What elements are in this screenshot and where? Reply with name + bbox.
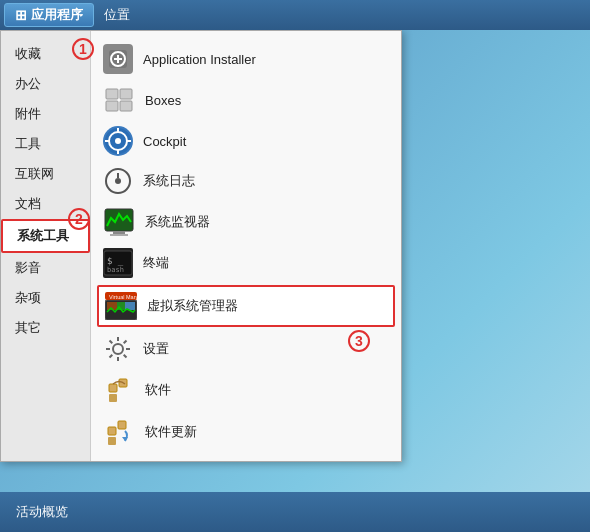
badge-3: 3 bbox=[348, 330, 370, 352]
virt-manager-icon: Virtual Manager bbox=[105, 290, 137, 322]
cockpit-icon bbox=[103, 126, 133, 156]
virt-manager-label: 虚拟系统管理器 bbox=[147, 297, 238, 315]
activities-label[interactable]: 活动概览 bbox=[16, 503, 68, 521]
sidebar-item-misc[interactable]: 杂项 bbox=[1, 283, 90, 313]
svg-rect-4 bbox=[106, 89, 118, 99]
app-button[interactable]: ⊞ 应用程序 bbox=[4, 3, 94, 27]
system-log-icon bbox=[103, 166, 133, 196]
sidebar-item-tools[interactable]: 工具 bbox=[1, 129, 90, 159]
svg-rect-39 bbox=[109, 384, 117, 392]
svg-rect-42 bbox=[108, 427, 116, 435]
svg-rect-6 bbox=[106, 101, 118, 111]
menu-content: Application Installer Boxes bbox=[91, 31, 401, 461]
svg-line-38 bbox=[110, 355, 113, 358]
menu-item-software-update[interactable]: 软件更新 bbox=[91, 411, 401, 453]
menu-item-cockpit[interactable]: Cockpit bbox=[91, 121, 401, 161]
menu-item-app-installer[interactable]: Application Installer bbox=[91, 39, 401, 79]
settings-label: 设置 bbox=[143, 340, 169, 358]
app-menu: 收藏 办公 附件 工具 互联网 文档 系统工具 影音 杂项 其它 Applica… bbox=[0, 30, 402, 462]
svg-rect-7 bbox=[120, 101, 132, 111]
menu-item-terminal[interactable]: $ _ bash 终端 bbox=[91, 243, 401, 283]
app-installer-icon bbox=[103, 44, 133, 74]
svg-rect-44 bbox=[118, 421, 126, 429]
svg-text:$ _: $ _ bbox=[107, 256, 124, 266]
menu-item-software[interactable]: 软件 bbox=[91, 369, 401, 411]
menu-item-system-log[interactable]: 系统日志 bbox=[91, 161, 401, 201]
svg-line-37 bbox=[124, 341, 127, 344]
sidebar-item-other[interactable]: 其它 bbox=[1, 313, 90, 343]
software-label: 软件 bbox=[145, 381, 171, 399]
svg-line-36 bbox=[124, 355, 127, 358]
bottom-bar: 活动概览 bbox=[0, 492, 590, 532]
system-log-label: 系统日志 bbox=[143, 172, 195, 190]
badge-1: 1 bbox=[72, 38, 94, 60]
settings-icon bbox=[103, 334, 133, 364]
terminal-icon: $ _ bash bbox=[103, 248, 133, 278]
taskbar: ⊞ 应用程序 位置 bbox=[0, 0, 590, 30]
software-update-label: 软件更新 bbox=[145, 423, 197, 441]
svg-point-30 bbox=[113, 344, 123, 354]
svg-rect-19 bbox=[113, 231, 125, 234]
svg-rect-40 bbox=[109, 394, 117, 402]
location-label[interactable]: 位置 bbox=[104, 6, 130, 24]
app-button-label: 应用程序 bbox=[31, 6, 83, 24]
svg-line-35 bbox=[110, 341, 113, 344]
badge-2: 2 bbox=[68, 208, 90, 230]
menu-item-system-monitor[interactable]: 系统监视器 bbox=[91, 201, 401, 243]
system-monitor-icon bbox=[103, 206, 135, 238]
system-monitor-label: 系统监视器 bbox=[145, 213, 210, 231]
software-icon bbox=[103, 374, 135, 406]
svg-rect-5 bbox=[120, 89, 132, 99]
menu-sidebar: 收藏 办公 附件 工具 互联网 文档 系统工具 影音 杂项 其它 bbox=[1, 31, 91, 461]
sidebar-item-media[interactable]: 影音 bbox=[1, 253, 90, 283]
sidebar-item-office[interactable]: 办公 bbox=[1, 69, 90, 99]
terminal-label: 终端 bbox=[143, 254, 169, 272]
sidebar-item-internet[interactable]: 互联网 bbox=[1, 159, 90, 189]
menu-item-virt-manager[interactable]: Virtual Manager 虚拟系统管理器 bbox=[97, 285, 395, 327]
sidebar-item-accessories[interactable]: 附件 bbox=[1, 99, 90, 129]
app-installer-label: Application Installer bbox=[143, 52, 256, 67]
svg-point-16 bbox=[115, 178, 121, 184]
boxes-icon bbox=[103, 84, 135, 116]
software-update-icon bbox=[103, 416, 135, 448]
svg-rect-20 bbox=[110, 234, 128, 236]
cockpit-label: Cockpit bbox=[143, 134, 186, 149]
app-icon: ⊞ bbox=[15, 7, 27, 23]
svg-text:bash: bash bbox=[107, 266, 124, 274]
menu-item-boxes[interactable]: Boxes bbox=[91, 79, 401, 121]
svg-point-10 bbox=[115, 138, 121, 144]
boxes-label: Boxes bbox=[145, 93, 181, 108]
svg-text:Virtual Manager: Virtual Manager bbox=[109, 294, 137, 300]
svg-rect-43 bbox=[108, 437, 116, 445]
